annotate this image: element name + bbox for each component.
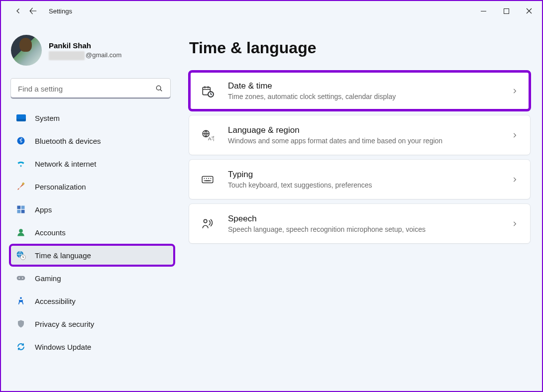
card-date-time[interactable]: Date & time Time zones, automatic clock … [189,71,530,110]
bluetooth-icon [16,136,26,146]
svg-text:A字: A字 [208,135,214,141]
sidebar-item-label: Personalization [35,183,86,191]
email-prefix-redacted [49,51,85,60]
sidebar-item-label: Privacy & security [35,320,94,328]
nav-list: System Bluetooth & devices Network & int… [8,107,176,357]
card-desc: Speech language, speech recognition micr… [228,225,511,233]
gamepad-icon [16,273,26,283]
shield-icon [16,319,26,329]
sidebar-item-label: Accessibility [35,297,76,305]
globe-clock-icon [16,250,26,260]
svg-point-22 [204,219,207,223]
card-language-region[interactable]: A字 Language & region Windows and some ap… [189,115,530,155]
svg-rect-0 [481,11,486,11]
svg-rect-7 [17,210,21,213]
card-title: Language & region [228,125,511,135]
svg-point-13 [19,278,20,279]
chevron-right-icon [511,88,518,95]
sidebar-item-accessibility[interactable]: Accessibility [10,291,174,311]
avatar [11,35,42,66]
svg-rect-5 [17,206,21,209]
sidebar: Pankil Shah @gmail.com System [1,21,180,391]
minimize-button[interactable] [472,3,495,19]
sidebar-item-label: Apps [35,205,52,214]
svg-point-2 [156,86,161,90]
svg-point-9 [19,229,23,233]
page-title: Time & language [189,39,530,57]
card-speech[interactable]: Speech Speech language, speech recogniti… [189,204,530,243]
titlebar: Settings [1,1,542,21]
card-title: Typing [228,170,511,180]
card-title: Date & time [228,81,511,91]
sidebar-item-label: Network & internet [35,160,96,168]
speech-icon [201,217,214,230]
profile-email: @gmail.com [49,51,121,60]
svg-rect-12 [17,276,25,280]
paintbrush-icon [16,182,26,192]
update-icon [16,342,26,352]
sidebar-item-network[interactable]: Network & internet [10,153,174,174]
card-title: Speech [228,214,511,224]
sidebar-item-bluetooth[interactable]: Bluetooth & devices [10,130,174,151]
chevron-right-icon [511,220,518,227]
sidebar-item-system[interactable]: System [10,107,174,128]
calendar-clock-icon [201,85,214,98]
sidebar-item-gaming[interactable]: Gaming [10,268,174,289]
sidebar-item-time-language[interactable]: Time & language [10,245,174,266]
search-input[interactable] [11,79,170,98]
sidebar-item-label: Gaming [35,274,61,283]
sidebar-item-label: Bluetooth & devices [35,137,101,145]
system-icon [16,113,26,123]
person-icon [16,227,26,237]
search-icon [155,85,163,93]
svg-point-15 [20,297,22,299]
chevron-right-icon [511,176,518,183]
keyboard-icon [201,173,214,186]
sidebar-item-privacy[interactable]: Privacy & security [10,313,174,334]
chevron-right-icon [511,132,518,139]
wifi-icon [16,159,26,169]
profile-block[interactable]: Pankil Shah @gmail.com [8,31,176,76]
sidebar-item-windows-update[interactable]: Windows Update [10,336,174,357]
svg-rect-1 [504,8,509,13]
sidebar-item-accounts[interactable]: Accounts [10,222,174,243]
card-typing[interactable]: Typing Touch keyboard, text suggestions,… [189,160,530,199]
app-title: Settings [49,7,72,15]
sidebar-item-label: System [35,114,60,122]
svg-rect-8 [21,210,25,213]
close-button[interactable] [518,3,541,19]
window-controls [472,3,541,19]
svg-rect-6 [21,206,25,209]
accessibility-icon [16,296,26,306]
back-arrow-icon [25,4,41,18]
main-panel: Time & language Date & time Time zones, … [180,21,542,391]
apps-icon [16,204,26,214]
svg-rect-21 [202,176,213,183]
profile-name: Pankil Shah [49,40,121,51]
sidebar-item-label: Time & language [35,251,91,260]
sidebar-item-apps[interactable]: Apps [10,199,174,220]
card-desc: Windows and some apps format dates and t… [228,137,511,145]
card-desc: Time zones, automatic clock settings, ca… [228,93,511,100]
maximize-button[interactable] [495,3,518,19]
sidebar-item-label: Accounts [35,228,66,237]
svg-point-14 [22,278,23,279]
sidebar-item-label: Windows Update [35,343,91,351]
language-region-icon: A字 [201,129,214,142]
sidebar-item-personalization[interactable]: Personalization [10,176,174,197]
card-desc: Touch keyboard, text suggestions, prefer… [228,181,511,189]
back-button[interactable] [11,4,26,17]
